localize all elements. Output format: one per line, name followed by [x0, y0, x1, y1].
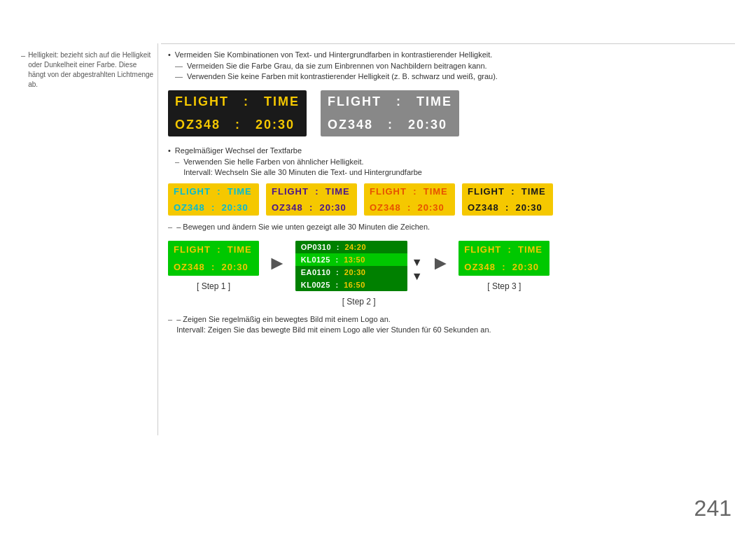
steps-section: FLIGHT : TIME OZ348 : 20:30 [ Step 1 ] ►… — [168, 241, 735, 307]
dash-text-3: Verwenden Sie keine Farben mit kontrasti… — [187, 72, 498, 80]
dash-item-3: — Verwenden Sie keine Farben mit kontras… — [175, 72, 735, 80]
fb-yp-top: FLIGHT : TIME — [266, 183, 357, 199]
step2-time1: 24:20 — [344, 243, 366, 251]
sub-dash-text-1: Verwenden Sie helle Farben von ähnlicher… — [183, 157, 363, 166]
left-panel: – Helligkeit: bezieht sich auf die Helli… — [21, 50, 154, 94]
fb2-bottom-text: OZ348 : 20:30 — [328, 118, 447, 132]
down-arrows: ▼ ▼ — [412, 256, 423, 283]
down-arrow-2: ▼ — [412, 270, 423, 283]
fb-yellow-purple: FLIGHT : TIME OZ348 : 20:30 — [266, 183, 357, 216]
fb1-top: FLIGHT : TIME — [168, 90, 307, 113]
fb2-top: FLIGHT : TIME — [321, 90, 459, 113]
sub-dash-text-2: Intervall: Wechseln Sie alle 30 Minuten … — [183, 168, 422, 176]
fb1-top-text: FLIGHT : TIME — [175, 94, 300, 109]
arrow-right-1: ► — [267, 252, 287, 274]
step2-line1: OP0310 : 24:20 — [295, 241, 407, 253]
fb2-bottom: OZ348 : 20:30 — [321, 113, 459, 136]
fb-yo-top-text: FLIGHT : TIME — [370, 186, 448, 197]
sub-dash-icon-1: – — [175, 157, 179, 166]
top-divider — [161, 43, 735, 44]
step2-time3: 20:30 — [344, 268, 366, 276]
fb-yc-bottom: OZ348 : 20:30 — [168, 199, 259, 216]
step2-label: [ Step 2 ] — [342, 297, 376, 307]
step2-line2: KL0125 : 13:50 — [295, 253, 407, 266]
step2-code3: EA0110 — [301, 268, 331, 276]
flight-boxes-row1: FLIGHT : TIME OZ348 : 20:30 FLIGHT : TIM… — [168, 90, 735, 136]
fb-yellow-dark: FLIGHT : TIME OZ348 : 20:30 — [462, 183, 553, 216]
step2-time4: 16:50 — [344, 281, 365, 289]
fb-yc-top-text: FLIGHT : TIME — [174, 186, 252, 197]
step2-line3: EA0110 : 20:30 — [295, 266, 407, 279]
step2-code2: KL0125 — [301, 255, 330, 264]
fb-yellow-orange: FLIGHT : TIME OZ348 : 20:30 — [364, 183, 455, 216]
left-dash: – — [21, 51, 25, 59]
sub-dash-1: – Verwenden Sie helle Farben von ähnlich… — [175, 157, 735, 166]
step2-code4: KL0025 — [301, 281, 330, 289]
arrow-1-container: ► — [259, 241, 295, 274]
step2-line4: KL0025 : 16:50 — [295, 279, 407, 291]
sub-dash-icon-2 — [175, 168, 179, 176]
arrow-right-2: ► — [431, 252, 451, 274]
step2-colon3: : — [333, 268, 341, 276]
step1-bottom: OZ348 : 20:30 — [168, 258, 259, 276]
bullet-1: • Vermeiden Sie Kombinationen von Text- … — [168, 50, 735, 59]
dash-icon-2: — — [175, 62, 183, 70]
step2-box: OP0310 : 24:20 KL0125 : 13:50 EA0110 : 2… — [295, 241, 407, 291]
row2-note: – – Bewegen und ändern Sie wie unten gez… — [168, 223, 735, 231]
fb-yp-bottom: OZ348 : 20:30 — [266, 199, 357, 216]
fb-yo-bottom: OZ348 : 20:30 — [364, 199, 455, 216]
fb-yp-top-text: FLIGHT : TIME — [272, 186, 350, 197]
fb-yp-bottom-text: OZ348 : 20:30 — [272, 202, 346, 213]
bottom-dash-1: – — [168, 315, 172, 323]
left-divider — [158, 43, 158, 435]
fb-yc-top: FLIGHT : TIME — [168, 183, 259, 199]
step2-colon1: : — [334, 243, 342, 251]
dash-text-2: Vermeiden Sie die Farbe Grau, da sie zum… — [187, 62, 487, 70]
step1-label: [ Step 1 ] — [197, 281, 230, 291]
step2-code1: OP0310 — [301, 243, 331, 251]
sub-section: • Regelmäßiger Wechsel der Textfarbe – V… — [168, 146, 735, 176]
flight-box-gray-white: FLIGHT : TIME OZ348 : 20:30 — [321, 90, 459, 136]
sub-bullet: • Regelmäßiger Wechsel der Textfarbe — [168, 146, 735, 155]
fb-yd-top-text: FLIGHT : TIME — [468, 186, 546, 197]
fb-yc-bottom-text: OZ348 : 20:30 — [174, 202, 248, 213]
fb-yellow-cyan: FLIGHT : TIME OZ348 : 20:30 — [168, 183, 259, 216]
bottom-note-text-2: Intervall: Zeigen Sie das bewegte Bild m… — [176, 325, 491, 334]
main-content: • Vermeiden Sie Kombinationen von Text- … — [168, 50, 735, 336]
bottom-note-text-1: – Zeigen Sie regelmäßig ein bewegtes Bil… — [176, 315, 391, 323]
step3-bottom: OZ348 : 20:30 — [458, 258, 550, 276]
sub-bullet-icon: • — [168, 146, 171, 155]
sub-dash-2: Intervall: Wechseln Sie alle 30 Minuten … — [175, 168, 735, 176]
left-note: Helligkeit: bezieht sich auf die Helligk… — [28, 50, 154, 90]
fb1-bottom-text: OZ348 : 20:30 — [175, 118, 295, 132]
bottom-note-1: – – Zeigen Sie regelmäßig ein bewegtes B… — [168, 315, 735, 323]
fb-yo-bottom-text: OZ348 : 20:30 — [370, 202, 444, 213]
step3-top: FLIGHT : TIME — [458, 241, 550, 258]
flight-boxes-row2: FLIGHT : TIME OZ348 : 20:30 FLIGHT : TIM… — [168, 183, 735, 216]
bullet-text-1: Vermeiden Sie Kombinationen von Text- un… — [175, 50, 493, 59]
step2-colon2: : — [333, 255, 341, 264]
step2-time2: 13:50 — [344, 255, 365, 264]
bottom-notes: – – Zeigen Sie regelmäßig ein bewegtes B… — [168, 315, 735, 334]
bullet-icon-1: • — [168, 50, 171, 59]
fb2-top-text: FLIGHT : TIME — [328, 94, 452, 109]
step-1: FLIGHT : TIME OZ348 : 20:30 [ Step 1 ] — [168, 241, 259, 291]
page-number: 241 — [694, 496, 732, 521]
step3-box: FLIGHT : TIME OZ348 : 20:30 — [458, 241, 550, 276]
bottom-note-2: – Intervall: Zeigen Sie das bewegte Bild… — [168, 325, 735, 334]
step1-top: FLIGHT : TIME — [168, 241, 259, 258]
step-2: OP0310 : 24:20 KL0125 : 13:50 EA0110 : 2… — [295, 241, 423, 307]
step-3: FLIGHT : TIME OZ348 : 20:30 [ Step 3 ] — [458, 241, 550, 291]
down-arrow-1: ▼ — [412, 256, 423, 269]
fb-yd-top: FLIGHT : TIME — [462, 183, 553, 199]
fb1-bottom: OZ348 : 20:30 — [168, 113, 307, 136]
fb-yd-bottom: OZ348 : 20:30 — [462, 199, 553, 216]
dash-icon-3: — — [175, 72, 183, 80]
step2-colon4: : — [333, 281, 341, 289]
fb-yd-bottom-text: OZ348 : 20:30 — [468, 202, 542, 213]
sub-title: Regelmäßiger Wechsel der Textfarbe — [175, 146, 302, 155]
step3-label: [ Step 3 ] — [487, 281, 521, 291]
step2-with-arrows: OP0310 : 24:20 KL0125 : 13:50 EA0110 : 2… — [295, 241, 423, 291]
step1-box: FLIGHT : TIME OZ348 : 20:30 — [168, 241, 259, 276]
arrow-2-container: ► — [423, 241, 459, 274]
